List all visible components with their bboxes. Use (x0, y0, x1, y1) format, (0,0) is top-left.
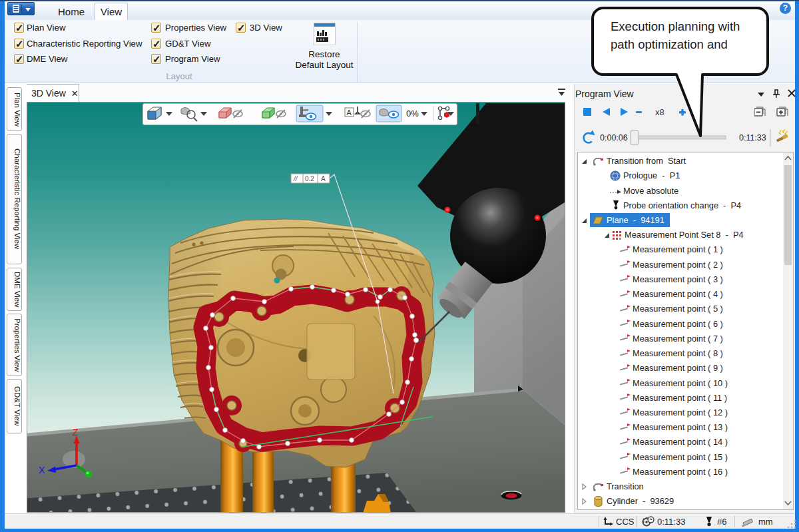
svg-text:X: X (39, 465, 45, 475)
svg-text:0.2: 0.2 (305, 175, 314, 182)
svg-text:0:11:33: 0:11:33 (739, 133, 766, 142)
svg-text:Z: Z (73, 427, 79, 437)
svg-text:A: A (347, 109, 352, 117)
svg-text:x8: x8 (655, 107, 665, 117)
svg-text:0:00:06: 0:00:06 (600, 133, 628, 142)
svg-text:A: A (321, 175, 326, 182)
svg-text:0%: 0% (406, 109, 419, 119)
